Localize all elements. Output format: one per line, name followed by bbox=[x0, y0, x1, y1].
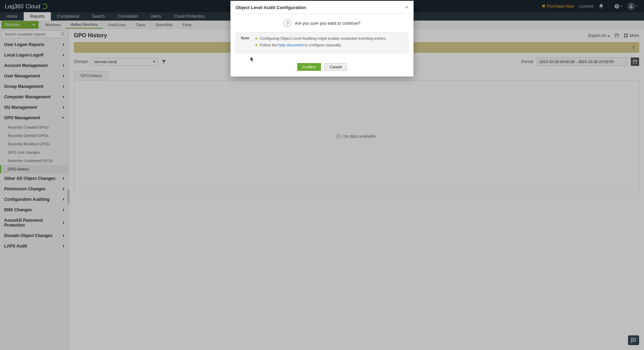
cancel-button[interactable]: Cancel bbox=[324, 63, 347, 71]
modal-question: Are you sure you want to continue? bbox=[295, 21, 360, 26]
confirm-button[interactable]: Confirm bbox=[297, 63, 321, 71]
note-box: Note Configuring Object Level Auditing m… bbox=[236, 32, 408, 53]
note-label: Note bbox=[241, 36, 249, 50]
modal-dialog: Object Level Audit Configuration × ? Are… bbox=[230, 1, 414, 77]
modal-title: Object Level Audit Configuration bbox=[236, 5, 306, 10]
close-icon[interactable]: × bbox=[405, 5, 408, 10]
question-icon: ? bbox=[284, 20, 291, 27]
note-item-1: Configuring Object Level Auditing might … bbox=[255, 36, 386, 41]
help-doc-link[interactable]: help document bbox=[278, 43, 304, 47]
note-item-2: Follow the help document to configure ma… bbox=[255, 43, 386, 48]
